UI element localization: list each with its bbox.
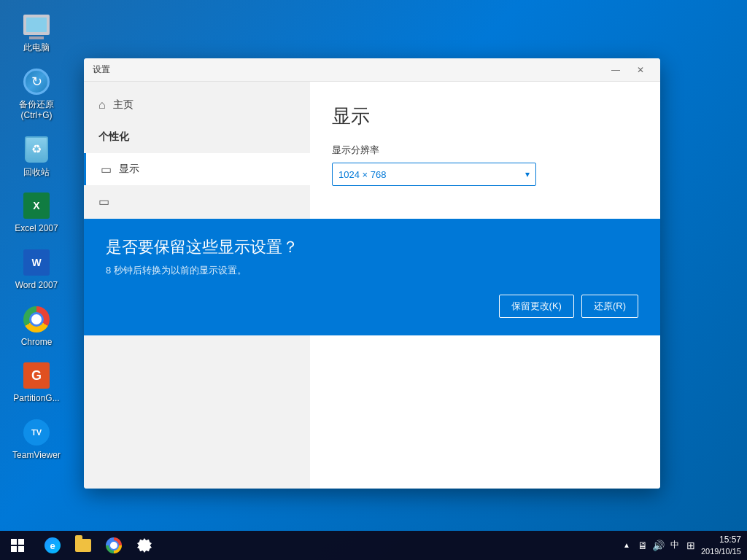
close-button[interactable]: ✕ [630, 63, 651, 77]
window-title: 设置 [93, 63, 605, 76]
desktop-icon-label-teamviewer: TeamViewer [12, 450, 61, 462]
language-icon[interactable]: 中 [669, 540, 681, 551]
network-icon[interactable]: 🖥 [637, 540, 649, 551]
desktop-icon-recycle[interactable]: 回收站 [7, 132, 66, 182]
folder-icon [75, 539, 91, 552]
resolution-label: 显示分辨率 [332, 144, 638, 157]
system-clock[interactable]: 15:57 2019/10/15 [701, 534, 741, 556]
desktop-icon-excel[interactable]: X Excel 2007 [7, 188, 66, 238]
keep-changes-button[interactable]: 保留更改(K) [499, 295, 574, 318]
taskbar-ie[interactable]: e [38, 531, 67, 560]
dialog-subtitle: 8 秒钟后转换为以前的显示设置。 [106, 264, 638, 277]
chevron-down-icon: ▾ [525, 169, 530, 179]
windows-logo-icon [11, 539, 24, 552]
chrome-desktop-icon [22, 305, 51, 334]
taskbar-folder[interactable] [69, 531, 98, 560]
backup-icon: ↻ [22, 67, 51, 96]
sidebar-personalization-label: 个性化 [98, 131, 129, 144]
desktop-icon-label-pc: 此电脑 [23, 42, 50, 54]
desktop-icon-label-backup: 备份还原(Ctrl+G) [19, 99, 54, 122]
sidebar-item-other[interactable]: ▭ [84, 185, 310, 217]
notification-arrow-icon[interactable]: ▲ [621, 540, 632, 551]
word-icon: W [22, 248, 51, 277]
desktop-icons: 此电脑 ↻ 备份还原(Ctrl+G) 回收站 X Excel 2007 W Wo… [7, 7, 66, 464]
dialog-buttons: 保留更改(K) 还原(R) [106, 295, 638, 318]
desktop-icon-word[interactable]: W Word 2007 [7, 245, 66, 295]
window-controls: — ✕ [605, 63, 651, 77]
taskbar-settings[interactable] [130, 531, 159, 560]
display-page-title: 显示 [332, 104, 638, 129]
sidebar-item-display[interactable]: ▭ 显示 [84, 153, 310, 185]
taskbar-items: e [35, 531, 162, 560]
dialog-title: 是否要保留这些显示设置？ [106, 236, 638, 258]
home-icon: ⌂ [98, 98, 106, 112]
desktop: 此电脑 ↻ 备份还原(Ctrl+G) 回收站 X Excel 2007 W Wo… [0, 0, 747, 560]
desktop-icon-label-recycle: 回收站 [23, 167, 50, 179]
start-button[interactable] [0, 531, 35, 560]
desktop-icon-label-chrome: Chrome [21, 337, 53, 349]
internet-explorer-icon: e [44, 537, 61, 553]
teamviewer-icon: TV [22, 418, 51, 447]
resolution-dropdown[interactable]: 747 × 560 ▾ [332, 163, 536, 186]
desktop-icon-backup[interactable]: ↻ 备份还原(Ctrl+G) [7, 64, 66, 125]
minimize-button[interactable]: — [605, 63, 627, 77]
recycle-bin-icon [22, 135, 51, 164]
sidebar-display-label: 显示 [119, 163, 139, 176]
chrome-taskbar-icon [106, 537, 122, 553]
show-desktop-icon[interactable]: ⊞ [685, 540, 697, 551]
desktop-icon-partition[interactable]: G PartitionG... [7, 358, 66, 408]
desktop-icon-label-partition: PartitionG... [13, 393, 59, 405]
taskbar-chrome[interactable] [99, 531, 128, 560]
display-icon: ▭ [101, 163, 112, 176]
desktop-icon-label-excel: Excel 2007 [15, 223, 58, 235]
sidebar-item-personalization[interactable]: 个性化 [84, 121, 310, 153]
volume-icon[interactable]: 🔊 [653, 540, 665, 551]
pc-icon [22, 10, 51, 39]
display-settings-dialog: 是否要保留这些显示设置？ 8 秒钟后转换为以前的显示设置。 保留更改(K) 还原… [84, 219, 660, 335]
taskbar: e ▲ 🖥 🔊 中 ⊞ 15:57 2019/10/15 [0, 531, 747, 560]
other-icon: ▭ [98, 195, 109, 209]
clock-date: 2019/10/15 [701, 546, 741, 556]
desktop-icon-chrome[interactable]: Chrome [7, 302, 66, 351]
systray: ▲ 🖥 🔊 中 ⊞ 15:57 2019/10/15 [621, 534, 747, 556]
resolution-value: 747 × 560 [338, 169, 386, 180]
partition-icon: G [22, 361, 51, 390]
gear-icon [137, 538, 152, 553]
excel-icon: X [22, 191, 51, 220]
desktop-icon-this-pc[interactable]: 此电脑 [7, 7, 66, 57]
sidebar-home-label: 主页 [113, 98, 133, 112]
clock-time: 15:57 [701, 534, 741, 546]
desktop-icon-label-word: Word 2007 [15, 280, 58, 292]
sidebar-item-home[interactable]: ⌂ 主页 [84, 89, 310, 121]
revert-button[interactable]: 还原(R) [581, 295, 638, 318]
window-titlebar: 设置 — ✕ [84, 58, 660, 82]
desktop-icon-teamviewer[interactable]: TV TeamViewer [7, 415, 66, 464]
